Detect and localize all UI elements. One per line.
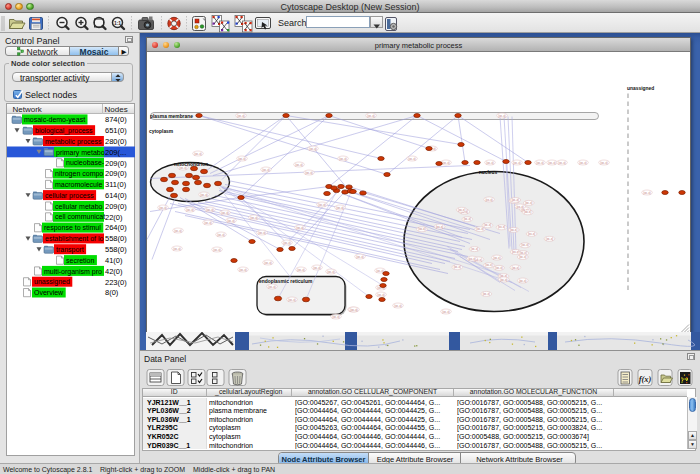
svg-text:(xx..x): (xx..x) [159, 206, 166, 210]
svg-text:(xx..x): (xx..x) [498, 225, 505, 229]
svg-text:(xx..x): (xx..x) [237, 114, 244, 118]
svg-text:mitochondrion: mitochondrion [174, 162, 208, 167]
svg-text:874(0): 874(0) [105, 115, 127, 124]
svg-text:(xx..x): (xx..x) [264, 261, 271, 265]
svg-text:endoplasmic reticulum: endoplasmic reticulum [259, 279, 313, 284]
svg-text:biological_process: biological_process [35, 126, 93, 134]
svg-text:42(0): 42(0) [105, 266, 123, 275]
svg-text:41(0): 41(0) [105, 255, 123, 264]
svg-text:(xx..x): (xx..x) [336, 206, 343, 210]
svg-text:(xx..x): (xx..x) [313, 266, 320, 270]
svg-text:(xx..x): (xx..x) [318, 203, 325, 207]
svg-text:primary metabo: primary metabo [56, 148, 105, 156]
svg-text:651(0): 651(0) [105, 126, 127, 135]
svg-text:22(0): 22(0) [105, 212, 123, 221]
svg-text:209(...: 209(... [105, 147, 126, 156]
svg-text:(xx..x): (xx..x) [296, 226, 303, 230]
svg-text:(xx..x): (xx..x) [173, 247, 180, 251]
svg-text:plasma membrane: plasma membrane [150, 114, 193, 119]
svg-text:(xx..x): (xx..x) [295, 163, 302, 167]
svg-text:nucleobase-: nucleobase- [66, 159, 105, 166]
svg-text:(xx..x): (xx..x) [493, 256, 500, 260]
svg-text:(xx..x): (xx..x) [305, 171, 312, 175]
svg-text:(xx..x): (xx..x) [528, 232, 535, 236]
svg-text:(xx..x): (xx..x) [350, 308, 357, 312]
svg-text:(xx..x): (xx..x) [512, 198, 519, 202]
svg-text:(xx..x): (xx..x) [227, 219, 234, 223]
svg-text:223(0): 223(0) [105, 277, 127, 286]
svg-text:(xx..x): (xx..x) [288, 298, 295, 302]
svg-text:264(0): 264(0) [105, 223, 127, 232]
svg-text:(xx..x): (xx..x) [498, 114, 505, 118]
svg-text:(xx..x): (xx..x) [546, 237, 553, 241]
svg-text:f(x): f(x) [639, 373, 652, 383]
svg-text:(xx..x): (xx..x) [510, 228, 517, 232]
svg-text:209(0): 209(0) [105, 158, 127, 167]
svg-text:(xx..x): (xx..x) [519, 279, 526, 283]
svg-text:(xx..x): (xx..x) [258, 231, 265, 235]
svg-text:(xx..x): (xx..x) [643, 191, 650, 195]
svg-text:(xx..x): (xx..x) [238, 157, 245, 161]
svg-text:(xx..x): (xx..x) [484, 223, 491, 227]
svg-text:8(0): 8(0) [105, 288, 119, 297]
svg-text:(xx..x): (xx..x) [536, 161, 543, 165]
svg-text:unassigned: unassigned [627, 86, 654, 91]
svg-text:(xx..x): (xx..x) [204, 221, 211, 225]
svg-text:(xx..x): (xx..x) [525, 201, 532, 205]
svg-text:(xx..x): (xx..x) [339, 157, 346, 161]
svg-text:(xx..x): (xx..x) [250, 216, 257, 220]
svg-text:(xx..x): (xx..x) [600, 161, 607, 165]
svg-text:(xx..x): (xx..x) [377, 293, 384, 297]
svg-text:nucleus: nucleus [479, 170, 498, 175]
svg-text:(xx..x): (xx..x) [524, 210, 531, 214]
svg-text:(xx..x): (xx..x) [174, 229, 181, 233]
svg-text:(xx..x): (xx..x) [485, 198, 492, 202]
svg-text:(xx..x): (xx..x) [194, 152, 201, 156]
svg-text:(xx..x): (xx..x) [356, 255, 363, 259]
svg-text:(xx..x): (xx..x) [516, 205, 523, 209]
svg-text:(xx..x): (xx..x) [513, 161, 520, 165]
svg-text:(xx..x): (xx..x) [239, 268, 246, 272]
svg-text:(xx..x): (xx..x) [458, 208, 465, 212]
svg-text:Overview: Overview [34, 289, 64, 296]
svg-text:(xx..x): (xx..x) [548, 161, 555, 165]
svg-text:(xx..x): (xx..x) [579, 161, 586, 165]
svg-text:nitrogen compo: nitrogen compo [55, 170, 103, 178]
svg-text:cell communicat: cell communicat [55, 213, 105, 220]
svg-text:(xx..x): (xx..x) [332, 315, 339, 319]
svg-text:(xx..x): (xx..x) [221, 211, 228, 215]
svg-text:cellular metabo: cellular metabo [55, 202, 103, 209]
svg-text:(xx..x): (xx..x) [464, 217, 471, 221]
svg-text:(xx..x): (xx..x) [309, 147, 316, 151]
svg-text:transport: transport [56, 245, 84, 253]
svg-text:(xx..x): (xx..x) [297, 268, 304, 272]
svg-text:(xx..x): (xx..x) [486, 161, 493, 165]
svg-text:(xx..x): (xx..x) [521, 243, 528, 247]
svg-text:(xx..x): (xx..x) [500, 278, 507, 282]
svg-text:280(0): 280(0) [105, 136, 127, 145]
svg-text:(xx..x): (xx..x) [217, 233, 224, 237]
svg-text:mosaic-demo-yeast: mosaic-demo-yeast [24, 116, 85, 124]
svg-text:(xx..x): (xx..x) [327, 270, 334, 274]
svg-text:311(0): 311(0) [105, 180, 127, 189]
svg-text:1:1: 1:1 [114, 20, 121, 26]
svg-text:(xx..x): (xx..x) [485, 263, 492, 267]
svg-text:macromolecule: macromolecule [55, 180, 103, 187]
svg-text:(xx..x): (xx..x) [512, 266, 519, 270]
svg-text:(xx..x): (xx..x) [418, 227, 425, 231]
svg-text:(xx..x): (xx..x) [558, 161, 565, 165]
svg-text:(xx..x): (xx..x) [519, 255, 526, 259]
svg-text:(xx..x): (xx..x) [495, 266, 502, 270]
svg-text:(xx..x): (xx..x) [442, 310, 449, 314]
svg-text:(xx..x): (xx..x) [206, 208, 213, 212]
svg-text:(xx..x): (xx..x) [213, 248, 220, 252]
svg-text:secretion: secretion [66, 256, 95, 263]
svg-text:(xx..x): (xx..x) [471, 247, 478, 251]
svg-text:(xx..x): (xx..x) [408, 157, 415, 161]
svg-text:558(0): 558(0) [105, 245, 127, 254]
svg-text:(xx..x): (xx..x) [483, 292, 490, 296]
svg-text:metabolic process: metabolic process [45, 137, 102, 145]
svg-text:209(0): 209(0) [105, 201, 127, 210]
svg-text:cellular process: cellular process [45, 191, 94, 199]
svg-text:(xx..x): (xx..x) [442, 161, 449, 165]
